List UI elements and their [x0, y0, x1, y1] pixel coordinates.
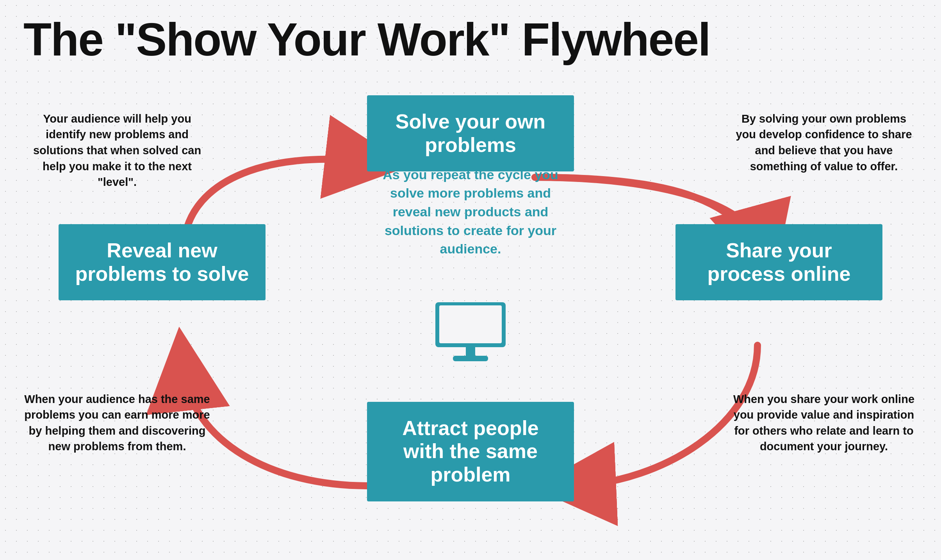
annotation-top-right: By solving your own problems you develop…: [730, 111, 918, 174]
box-solve-problems: Solve your own problems: [367, 95, 574, 172]
diagram-area: Solve your own problems Share your proce…: [0, 72, 941, 533]
box-share-process: Share your process online: [675, 224, 882, 301]
annotation-top-left: Your audience will help you identify new…: [23, 111, 211, 190]
page-title: The "Show Your Work" Flywheel: [0, 0, 941, 72]
svg-rect-3: [466, 347, 475, 356]
box-reveal-problems: Reveal new problems to solve: [59, 224, 266, 301]
box-attract-people: Attract people with the same problem: [367, 402, 574, 501]
svg-rect-2: [439, 305, 502, 343]
annotation-bottom-right: When you share your work online you prov…: [730, 391, 918, 455]
svg-rect-4: [453, 356, 488, 361]
center-cycle-text: As you repeat the cycle you solve more p…: [377, 166, 564, 259]
monitor-icon: [431, 298, 510, 366]
annotation-bottom-left: When your audience has the same problems…: [23, 391, 211, 455]
